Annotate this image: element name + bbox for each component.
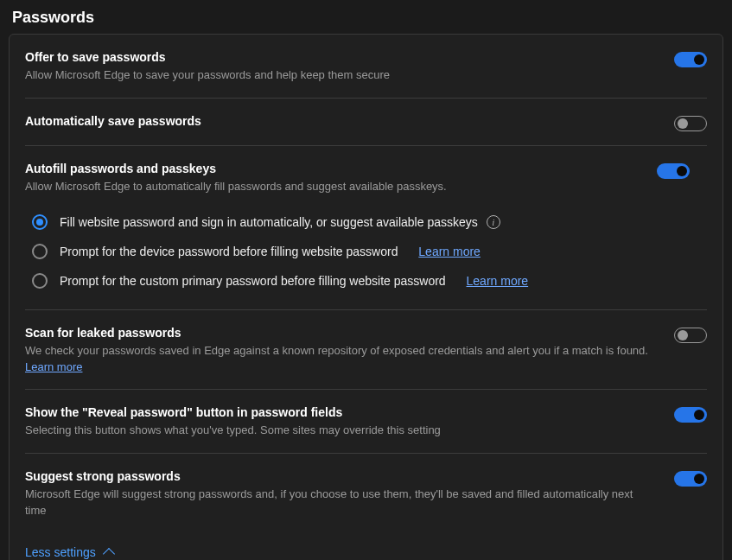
autofill-option-1-label: Prompt for the device password before fi… bbox=[60, 245, 398, 258]
suggest-desc: Microsoft Edge will suggest strong passw… bbox=[25, 487, 657, 519]
leaked-learnmore[interactable]: Learn more bbox=[25, 360, 82, 373]
less-settings-label: Less settings bbox=[25, 545, 96, 559]
leaked-desc: We check your passwords saved in Edge ag… bbox=[25, 343, 657, 376]
reveal-toggle[interactable] bbox=[674, 407, 707, 423]
setting-auto-save: Automatically save passwords bbox=[25, 99, 707, 146]
suggest-toggle[interactable] bbox=[674, 471, 707, 487]
auto-save-toggle[interactable] bbox=[674, 116, 707, 131]
autofill-option-1[interactable]: Prompt for the device password before fi… bbox=[25, 237, 690, 266]
offer-save-title: Offer to save passwords bbox=[25, 50, 657, 64]
suggest-title: Suggest strong passwords bbox=[25, 469, 657, 483]
autofill-option-2-label: Prompt for the custom primary password b… bbox=[60, 274, 446, 288]
autofill-title: Autofill passwords and passkeys bbox=[25, 162, 657, 175]
autofill-desc: Allow Microsoft Edge to automatically fi… bbox=[25, 179, 657, 195]
setting-reveal: Show the "Reveal password" button in pas… bbox=[25, 390, 707, 454]
radio-icon[interactable] bbox=[32, 244, 48, 259]
autofill-option-0-label: Fill website password and sign in automa… bbox=[60, 215, 478, 229]
page-title: Passwords bbox=[0, 0, 732, 34]
setting-autofill: Autofill passwords and passkeys Allow Mi… bbox=[25, 146, 707, 310]
info-icon[interactable]: i bbox=[487, 215, 500, 229]
chevron-up-icon bbox=[103, 548, 115, 560]
radio-icon[interactable] bbox=[32, 214, 48, 230]
setting-offer-save: Offer to save passwords Allow Microsoft … bbox=[25, 35, 707, 99]
autofill-option-2[interactable]: Prompt for the custom primary password b… bbox=[25, 266, 690, 296]
setting-suggest: Suggest strong passwords Microsoft Edge … bbox=[25, 454, 707, 533]
autofill-option-2-learnmore[interactable]: Learn more bbox=[467, 274, 529, 288]
leaked-title: Scan for leaked passwords bbox=[25, 326, 657, 340]
leaked-toggle[interactable] bbox=[674, 328, 707, 343]
autofill-option-1-learnmore[interactable]: Learn more bbox=[418, 245, 481, 258]
autofill-toggle[interactable] bbox=[657, 163, 690, 179]
auto-save-title: Automatically save passwords bbox=[25, 114, 657, 128]
reveal-title: Show the "Reveal password" button in pas… bbox=[25, 405, 657, 419]
offer-save-desc: Allow Microsoft Edge to save your passwo… bbox=[25, 67, 657, 84]
radio-icon[interactable] bbox=[32, 273, 48, 289]
reveal-desc: Selecting this button shows what you've … bbox=[25, 423, 657, 439]
passwords-panel: Offer to save passwords Allow Microsoft … bbox=[9, 34, 723, 560]
less-settings-button[interactable]: Less settings bbox=[25, 533, 707, 560]
autofill-radio-group: Fill website password and sign in automa… bbox=[25, 207, 690, 296]
autofill-option-0[interactable]: Fill website password and sign in automa… bbox=[25, 207, 690, 237]
offer-save-toggle[interactable] bbox=[674, 52, 707, 67]
setting-leaked: Scan for leaked passwords We check your … bbox=[25, 310, 707, 391]
